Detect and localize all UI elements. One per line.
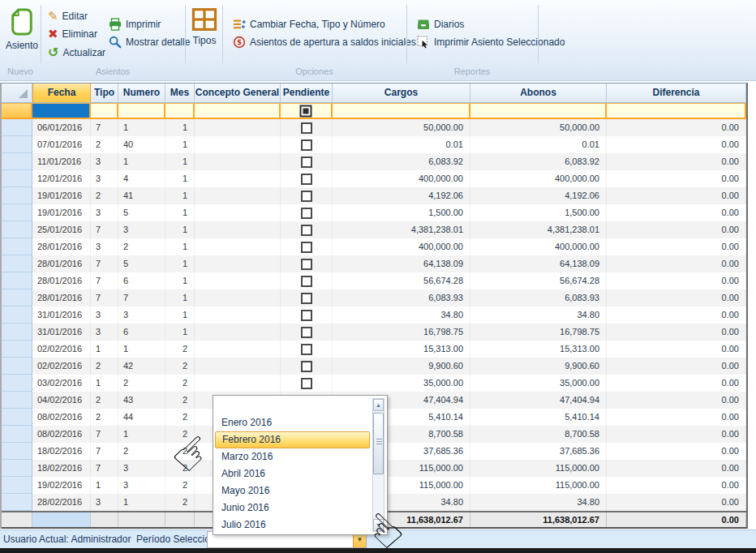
filter-cell-cargos[interactable] [333,104,470,118]
pendiente-checkbox[interactable] [301,293,312,304]
cell-fecha[interactable]: 19/01/2016 [32,187,91,204]
column-header-abonos[interactable]: Abonos [470,84,607,103]
cell-cargos[interactable]: 9,900.60 [333,358,470,375]
cell-mes[interactable]: 1 [165,187,195,204]
row-selector[interactable] [2,409,32,426]
cell-numero[interactable]: 5 [118,255,165,272]
popup-scrollbar[interactable]: ▲ ▼ [372,398,384,532]
cell-fecha[interactable]: 28/01/2016 [32,255,91,272]
cell-mes[interactable]: 1 [165,119,195,136]
tipos-button[interactable]: Tipos [187,3,221,50]
row-selector[interactable] [2,358,32,375]
cell-fecha[interactable]: 04/02/2016 [32,392,91,409]
cell-fecha[interactable]: 28/02/2016 [32,494,91,511]
cell-cargos[interactable]: 56,674.28 [333,272,470,289]
filter-cell-mes[interactable] [165,104,195,118]
pendiente-checkbox[interactable] [301,259,312,270]
cell-cargos[interactable]: 4,381,238.01 [333,221,470,238]
cell-abonos[interactable]: 115,000.00 [470,477,607,494]
imprimir-button[interactable]: Imprimir [105,16,164,32]
cell-numero[interactable]: 5 [118,204,165,221]
table-row[interactable]: 19/01/20163511,500.001,500.000.00 [2,204,746,221]
cell-abonos[interactable]: 56,674.28 [470,272,607,289]
cell-fecha[interactable]: 31/01/2016 [32,307,91,324]
cell-mes[interactable]: 1 [165,324,195,341]
column-header-fecha[interactable]: Fecha [32,84,91,103]
table-row[interactable]: 11/01/20163116,083.926,083.920.00 [2,153,746,170]
cell-concepto[interactable] [195,187,281,204]
cell-diferencia[interactable]: 0.00 [607,238,746,255]
cell-diferencia[interactable]: 0.00 [607,426,746,443]
cell-mes[interactable]: 2 [165,375,195,392]
cell-fecha[interactable]: 03/02/2016 [32,375,91,392]
diarios-button[interactable]: Diarios [414,16,467,32]
row-selector[interactable] [2,255,32,272]
actualizar-button[interactable]: ↺ Actualizar [45,43,109,62]
cell-numero[interactable]: 3 [118,307,165,324]
cell-concepto[interactable] [195,238,281,255]
cell-cargos[interactable]: 4,192.06 [333,187,470,204]
pendiente-checkbox[interactable] [301,361,312,372]
period-item[interactable]: Marzo 2016 [215,448,370,465]
cell-mes[interactable]: 2 [165,426,195,443]
cell-fecha[interactable]: 19/02/2016 [32,477,91,494]
cell-fecha[interactable]: 28/01/2016 [32,238,91,255]
cell-abonos[interactable]: 16,798.75 [470,324,607,341]
cell-pendiente[interactable] [281,187,333,204]
cell-pendiente[interactable] [281,341,333,358]
cell-concepto[interactable] [195,153,281,170]
cell-mes[interactable]: 1 [165,221,195,238]
column-header-concepto[interactable]: Concepto General [195,84,281,103]
cell-abonos[interactable]: 400,000.00 [470,170,607,187]
cell-mes[interactable]: 2 [165,460,195,477]
cell-mes[interactable]: 2 [165,341,195,358]
cell-fecha[interactable]: 12/01/2016 [32,170,91,187]
cell-mes[interactable]: 1 [165,170,195,187]
cell-abonos[interactable]: 15,313.00 [470,341,607,358]
cell-diferencia[interactable]: 0.00 [607,289,746,307]
cell-diferencia[interactable]: 0.00 [607,341,746,358]
cell-numero[interactable]: 3 [118,477,165,494]
filter-cell-abonos[interactable] [470,104,607,118]
row-selector[interactable] [2,238,32,255]
cell-pendiente[interactable] [281,119,333,136]
cell-tipo[interactable]: 7 [91,221,118,238]
table-row[interactable]: 02/02/201611215,313.0015,313.000.00 [2,341,746,358]
cell-pendiente[interactable] [281,204,333,221]
cell-numero[interactable]: 2 [118,443,165,460]
period-item[interactable]: Mayo 2016 [215,482,370,499]
cell-fecha[interactable]: 18/02/2016 [32,460,91,477]
cell-tipo[interactable]: 3 [91,307,118,324]
cell-numero[interactable]: 40 [118,136,165,153]
table-row[interactable]: 28/01/20167716,083.936,083.930.00 [2,289,746,307]
column-header-cargos[interactable]: Cargos [333,84,470,103]
cell-pendiente[interactable] [281,238,333,255]
row-selector[interactable] [2,477,32,494]
cell-numero[interactable]: 44 [118,409,165,426]
cell-pendiente[interactable] [281,136,333,153]
cell-concepto[interactable] [195,341,281,358]
cell-abonos[interactable]: 64,138.09 [470,255,607,272]
cell-fecha[interactable]: 06/01/2016 [32,119,91,136]
row-selector[interactable] [2,289,32,307]
cell-diferencia[interactable]: 0.00 [607,375,746,392]
cell-tipo[interactable]: 3 [91,238,118,255]
cell-tipo[interactable]: 1 [91,341,118,358]
cell-fecha[interactable]: 08/02/2016 [32,409,91,426]
row-selector[interactable] [2,187,32,204]
row-selector[interactable] [2,375,32,392]
column-header-pendiente[interactable]: Pendiente [281,84,333,103]
cell-tipo[interactable]: 7 [91,443,118,460]
cell-pendiente[interactable] [281,272,333,289]
period-item[interactable]: Julio 2016 [215,517,370,533]
cell-tipo[interactable]: 7 [91,460,118,477]
row-selector[interactable] [2,221,32,238]
cell-mes[interactable]: 2 [165,358,195,375]
cell-diferencia[interactable]: 0.00 [607,204,746,221]
cell-cargos[interactable]: 6,083.92 [333,153,470,170]
table-row[interactable]: 19/01/201624114,192.064,192.060.00 [2,187,746,204]
cell-pendiente[interactable] [281,170,333,187]
filter-cell-concepto[interactable] [195,104,281,118]
cell-pendiente[interactable] [281,221,333,238]
cell-cargos[interactable]: 15,313.00 [333,341,470,358]
